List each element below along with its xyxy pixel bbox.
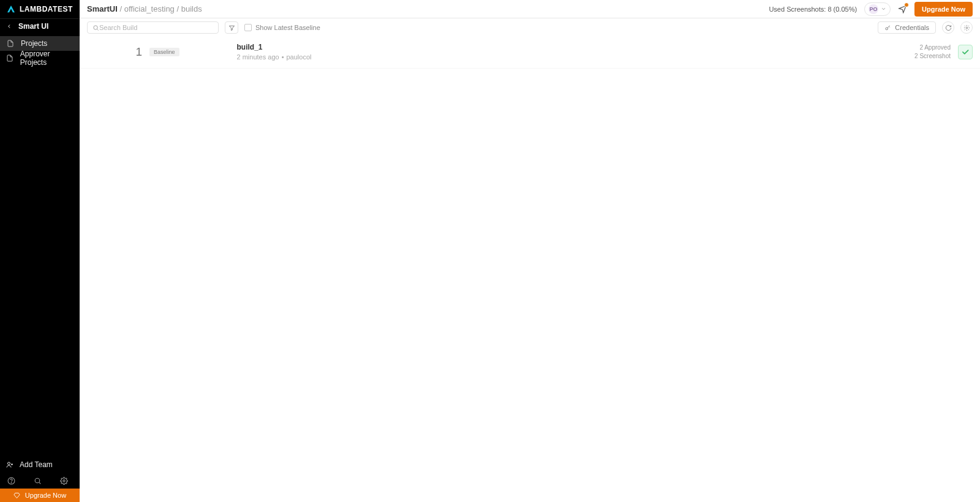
breadcrumb-leaf: builds xyxy=(181,4,202,13)
sidebar-item-label: Projects xyxy=(21,39,47,48)
build-index: 1 xyxy=(129,45,142,59)
lambda-logo-icon xyxy=(6,4,16,14)
refresh-icon xyxy=(945,24,952,31)
top-bar: SmartUI / official_testing / builds Used… xyxy=(80,0,980,18)
checkbox-icon xyxy=(244,24,252,31)
show-latest-baseline-checkbox[interactable]: Show Latest Baseline xyxy=(244,24,320,31)
key-icon xyxy=(884,24,891,31)
breadcrumb-separator: / xyxy=(118,4,124,13)
build-name: build_1 xyxy=(237,43,312,51)
upgrade-button[interactable]: Upgrade Now xyxy=(914,2,973,17)
document-icon xyxy=(6,40,15,47)
build-info: build_1 2 minutes ago•paulocol xyxy=(237,43,312,61)
usage-counter: Used Screenshots: 8 (0.05%) xyxy=(769,6,857,13)
breadcrumb-project[interactable]: official_testing xyxy=(124,4,175,13)
brand-name: LAMBDATEST xyxy=(20,5,73,13)
build-stats: 2 Approved 2 Screenshot xyxy=(914,43,951,61)
search-icon xyxy=(92,24,99,31)
user-menu[interactable]: PO xyxy=(864,2,891,16)
settings-button[interactable] xyxy=(960,21,973,34)
notifications-button[interactable] xyxy=(898,4,907,13)
sidebar-item-approver-projects[interactable]: Approver Projects xyxy=(0,51,80,66)
build-meta: 2 minutes ago•paulocol xyxy=(237,53,312,61)
refresh-button[interactable] xyxy=(942,21,954,34)
sidebar-item-label: Approver Projects xyxy=(20,50,74,67)
check-icon xyxy=(961,48,970,56)
breadcrumb: SmartUI / official_testing / builds xyxy=(87,4,202,13)
main-content: SmartUI / official_testing / builds Used… xyxy=(80,0,980,69)
svg-point-5 xyxy=(94,25,97,29)
build-author: paulocol xyxy=(287,53,312,61)
sidebar-back-row[interactable]: Smart UI xyxy=(0,18,80,34)
toolbar: Show Latest Baseline Credentials xyxy=(80,18,980,36)
chevron-left-icon xyxy=(6,23,12,29)
document-icon xyxy=(6,54,14,62)
credentials-label: Credentials xyxy=(895,24,929,31)
chevron-down-icon xyxy=(881,6,886,12)
brand-logo[interactable]: LAMBDATEST xyxy=(0,0,80,18)
filter-button[interactable] xyxy=(225,21,238,34)
svg-point-6 xyxy=(886,28,888,30)
filter-icon xyxy=(228,24,235,31)
sidebar-title: Smart UI xyxy=(18,22,48,31)
svg-point-7 xyxy=(966,27,968,29)
breadcrumb-separator: / xyxy=(175,4,181,13)
build-row[interactable]: 1 Baseline build_1 2 minutes ago•pauloco… xyxy=(80,36,980,69)
search-input[interactable] xyxy=(99,24,213,31)
sidebar: LAMBDATEST Smart UI Projects Approver Pr… xyxy=(0,0,80,69)
avatar: PO xyxy=(869,4,878,14)
gear-icon xyxy=(963,24,970,31)
credentials-button[interactable]: Credentials xyxy=(878,21,936,34)
search-field[interactable] xyxy=(87,21,219,34)
status-badge-approved xyxy=(958,45,973,59)
notification-badge xyxy=(904,2,909,7)
build-time: 2 minutes ago xyxy=(237,53,279,61)
screenshot-count: 2 Screenshot xyxy=(914,52,951,61)
meta-separator: • xyxy=(282,53,284,61)
checkbox-label: Show Latest Baseline xyxy=(255,24,320,31)
sidebar-item-projects[interactable]: Projects xyxy=(0,36,80,51)
approved-count: 2 Approved xyxy=(914,43,951,52)
sidebar-nav: Projects Approver Projects xyxy=(0,34,80,66)
baseline-tag: Baseline xyxy=(149,48,179,56)
breadcrumb-root[interactable]: SmartUI xyxy=(87,4,118,13)
